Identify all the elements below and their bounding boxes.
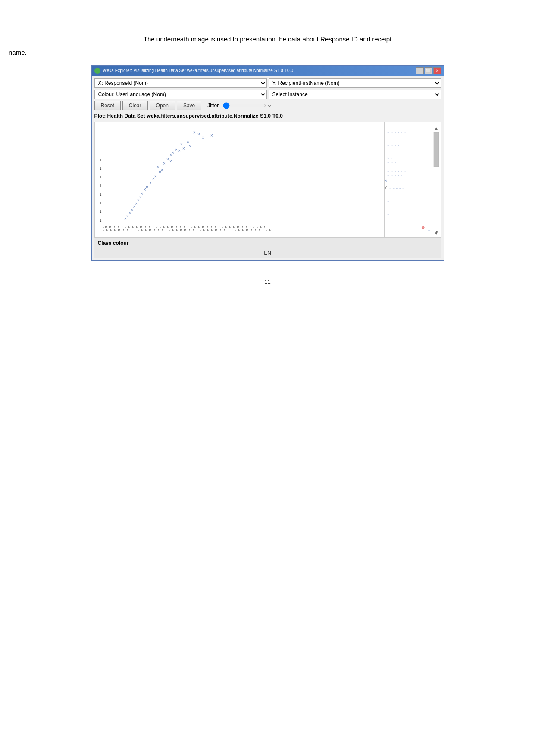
- restore-button[interactable]: ⬜: [425, 67, 432, 74]
- svg-text:×: ×: [161, 168, 163, 172]
- colour-select-container: Colour: UserLanguage (Nom): [94, 90, 267, 99]
- svg-text:×: ×: [128, 211, 131, 216]
- window-body: X: ResponseId (Nom) Y: RecipientFirstNam…: [92, 76, 444, 260]
- x-axis-labels: RR R R R R R R R R R R R R R R R R R R R…: [103, 225, 384, 237]
- status-bar: EN: [94, 248, 441, 258]
- svg-text:. .: . .: [387, 200, 389, 202]
- svg-text:×: ×: [166, 157, 169, 162]
- svg-text:×: ×: [182, 146, 185, 151]
- svg-text:×: ×: [175, 147, 178, 152]
- svg-text:×: ×: [133, 204, 135, 209]
- svg-text:. . . . . . . . . . . . . . .: . . . . . . . . . . . . . . .: [387, 126, 408, 129]
- status-text: EN: [264, 250, 271, 256]
- side-scatter-svg: . . . . . . . . . . . . . . . . . . . . …: [385, 122, 441, 237]
- svg-text:. . . .: . . . .: [387, 206, 392, 209]
- colour-row: Colour: UserLanguage (Nom) Select Instan…: [94, 90, 441, 99]
- y-tick: 1: [95, 207, 103, 216]
- svg-text:×: ×: [149, 181, 152, 185]
- instance-select[interactable]: Select Instance: [269, 90, 441, 99]
- scatter-svg: × × × × × × × × × × × × × × × × ×: [103, 122, 384, 225]
- svg-text:×: ×: [137, 198, 140, 203]
- x-ticks-line2: R R R R R R R R R R R R R R R R R R R R …: [103, 228, 384, 231]
- weka-icon: [94, 68, 100, 74]
- description-line2: name.: [9, 49, 526, 56]
- clear-button[interactable]: Clear: [122, 101, 148, 110]
- svg-text:. . . . . . . . . . . .: . . . . . . . . . . . .: [387, 165, 404, 168]
- description-line1: The underneath image is used to presenta…: [74, 34, 462, 44]
- y-select-container: Y: RecipientFirstName (Nom): [269, 78, 441, 88]
- svg-text:. . . . . . . . . . . . . .: . . . . . . . . . . . . . .: [387, 169, 406, 172]
- svg-text:×: ×: [156, 165, 159, 169]
- plot-area: 1 1 1 1 1 1 1 1 × × × × ×: [94, 122, 441, 238]
- svg-text:×: ×: [135, 201, 138, 206]
- svg-text:×: ×: [169, 153, 172, 157]
- y-axis: 1 1 1 1 1 1 1 1: [95, 122, 103, 237]
- window-title: Weka Explorer: Visualizing Health Data S…: [103, 68, 294, 73]
- scatter-side: . . . . . . . . . . . . . . . . . . . . …: [385, 122, 441, 237]
- open-button[interactable]: Open: [150, 101, 175, 110]
- svg-text:. . . . . . . . . . . . . . .: . . . . . . . . . . . . . . .: [387, 135, 408, 137]
- class-colour-bar: Class colour: [94, 238, 441, 248]
- page-number: 11: [9, 278, 526, 285]
- svg-text:×: ×: [131, 208, 133, 212]
- y-select[interactable]: Y: RecipientFirstName (Nom): [269, 78, 441, 88]
- svg-text:×: ×: [202, 135, 204, 140]
- plot-label: Plot: Health Data Set-weka.filters.unsup…: [94, 112, 441, 120]
- x-axis-row: X: ResponseId (Nom) Y: RecipientFirstNam…: [94, 78, 441, 88]
- y-tick: 1: [95, 164, 103, 173]
- svg-text:×: ×: [169, 159, 172, 164]
- title-bar-left: Weka Explorer: Visualizing Health Data S…: [94, 68, 294, 74]
- svg-rect-55: [434, 132, 439, 167]
- y-tick: 1: [95, 216, 103, 225]
- svg-text:×: ×: [144, 187, 146, 192]
- svg-text:. . . . . . . . . . . . .: . . . . . . . . . . . . .: [387, 180, 405, 183]
- colour-select[interactable]: Colour: UserLanguage (Nom): [94, 90, 267, 99]
- side-scroll-down[interactable]: ▼: [435, 230, 439, 234]
- svg-text:×: ×: [193, 130, 196, 135]
- x-ticks-line1: RR R R R R R R R R R R R R R R R R R R R…: [103, 225, 384, 228]
- title-bar: Weka Explorer: Visualizing Health Data S…: [92, 66, 444, 76]
- svg-text:. . . . . . . .: . . . . . . . .: [387, 195, 397, 198]
- svg-text:Y: Y: [385, 185, 387, 190]
- svg-text:. . . . . . . . . . . .: . . . . . . . . . . . .: [389, 187, 406, 189]
- svg-text:×: ×: [210, 133, 213, 138]
- y-tick: 1: [95, 156, 103, 164]
- svg-text:. . . . . . . . . . . . . . .: . . . . . . . . . . . . . . .: [387, 131, 408, 133]
- reset-button[interactable]: Reset: [94, 101, 121, 110]
- svg-text:×: ×: [152, 176, 155, 181]
- x-select[interactable]: X: ResponseId (Nom): [94, 78, 267, 88]
- save-button[interactable]: Save: [177, 101, 201, 110]
- scatter-main: 1 1 1 1 1 1 1 1 × × × × ×: [95, 122, 385, 237]
- x-select-container: X: ResponseId (Nom): [94, 78, 267, 88]
- svg-text:▲: ▲: [434, 126, 438, 131]
- svg-text:×: ×: [163, 161, 166, 166]
- svg-text:. . .: . . .: [387, 212, 391, 215]
- svg-text:. . . . .: . . . . .: [387, 152, 393, 155]
- svg-text:. . . . . . . . .: . . . . . . . . .: [387, 191, 399, 194]
- weka-explorer-window: Weka Explorer: Visualizing Health Data S…: [91, 65, 444, 261]
- svg-text:×: ×: [126, 214, 129, 219]
- svg-text:. . . . . . . . . . .: . . . . . . . . . . .: [387, 174, 402, 176]
- minimize-button[interactable]: —: [416, 67, 424, 74]
- jitter-slider[interactable]: [223, 102, 266, 109]
- svg-text:×: ×: [146, 185, 148, 190]
- svg-text:⊕: ⊕: [421, 225, 425, 230]
- class-colour-label: Class colour: [98, 240, 129, 246]
- svg-text:×: ×: [124, 216, 127, 221]
- button-row: Reset Clear Open Save Jitter ○: [94, 101, 441, 110]
- y-tick: 1: [95, 173, 103, 181]
- close-button[interactable]: ✕: [433, 67, 441, 74]
- svg-text:×: ×: [172, 150, 174, 155]
- svg-text:×: ×: [159, 170, 161, 175]
- svg-text:×: ×: [189, 144, 191, 149]
- title-controls[interactable]: — ⬜ ✕: [416, 67, 441, 74]
- svg-text:| . . .: | . . .: [387, 156, 392, 159]
- y-tick: 1: [95, 190, 103, 199]
- svg-text:. . . . . . .: . . . . . . .: [387, 161, 396, 163]
- svg-text:×: ×: [139, 195, 142, 200]
- jitter-circle: ○: [268, 103, 271, 109]
- y-tick: 1: [95, 181, 103, 190]
- svg-text:. :: . :: [428, 228, 430, 231]
- jitter-label: Jitter: [207, 103, 219, 109]
- svg-text:. . . . . . . . . .: . . . . . . . . . .: [387, 144, 400, 146]
